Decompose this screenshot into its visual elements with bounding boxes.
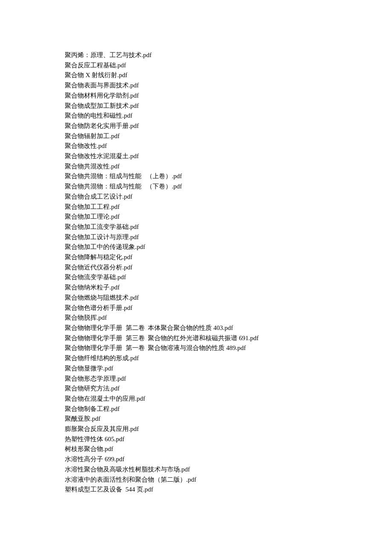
list-item: 聚合物 X 射线衍射.pdf — [65, 70, 392, 81]
list-item: 聚合物降解与稳定化.pdf — [65, 252, 392, 263]
list-item: 聚合物加工设计与原理.pdf — [65, 232, 392, 243]
list-item: 聚合物加工流变学基础.pdf — [65, 222, 392, 232]
list-item: 水溶液中的表面活性剂和聚合物（第二版）.pdf — [65, 475, 392, 485]
list-item: 聚合物的电性和磁性.pdf — [65, 111, 392, 121]
list-item: 聚丙烯：原理、工艺与技术.pdf — [65, 50, 392, 61]
list-item: 膨胀聚合反应及其应用.pdf — [65, 424, 392, 434]
document-page: 聚丙烯：原理、工艺与技术.pdf聚合反应工程基础.pdf聚合物 X 射线衍射.p… — [0, 0, 392, 555]
list-item: 聚酰亚胺.pdf — [65, 414, 392, 424]
list-item: 热塑性弹性体 605.pdf — [65, 434, 392, 445]
list-item: 聚合物共混改性.pdf — [65, 162, 392, 172]
list-item: 聚合物近代仪器分析.pdf — [65, 263, 392, 273]
list-item: 聚合物制备工程.pdf — [65, 404, 392, 414]
list-item: 聚合反应工程基础.pdf — [65, 61, 392, 71]
list-item: 聚合物燃烧与阻燃技术.pdf — [65, 293, 392, 303]
list-item: 塑料成型工艺及设备 544 页.pdf — [65, 485, 392, 495]
list-item: 聚合物显微学.pdf — [65, 364, 392, 374]
list-item: 聚合物成型加工新技术.pdf — [65, 101, 392, 111]
list-item: 聚合物表面与界面技术.pdf — [65, 81, 392, 91]
list-item: 聚合物纳米粒子.pdf — [65, 283, 392, 293]
list-item: 聚合物改性水泥混凝土.pdf — [65, 151, 392, 162]
list-item: 聚合物防老化实用手册.pdf — [65, 121, 392, 131]
list-item: 聚合物在混凝土中的应用.pdf — [65, 394, 392, 404]
list-item: 聚合物形态学原理.pdf — [65, 374, 392, 384]
list-item: 聚合物流变学基础.pdf — [65, 272, 392, 283]
list-item: 聚合物物理化学手册 第二卷 本体聚合聚合物的性质 403.pdf — [65, 323, 392, 333]
list-item: 聚合物材料用化学助剂.pdf — [65, 91, 392, 101]
list-item: 聚合物改性.pdf — [65, 141, 392, 151]
list-item: 聚合物共混物：组成与性能 （上卷）.pdf — [65, 171, 392, 182]
list-item: 聚合物物理化学手册 第一卷 聚合物溶液与混合物的性质 489.pdf — [65, 343, 392, 353]
list-item: 聚合物共混物：组成与性能 （下卷）.pdf — [65, 182, 392, 192]
list-item: 聚合物合成工艺设计.pdf — [65, 192, 392, 202]
list-item: 聚合物辐射加工.pdf — [65, 131, 392, 142]
file-list: 聚丙烯：原理、工艺与技术.pdf聚合反应工程基础.pdf聚合物 X 射线衍射.p… — [65, 50, 392, 495]
list-item: 聚合物物理化学手册 第三卷 聚合物的红外光谱和核磁共振谱 691.pdf — [65, 333, 392, 344]
list-item: 聚合物色谱分析手册.pdf — [65, 303, 392, 313]
list-item: 聚合物加工工程.pdf — [65, 202, 392, 212]
list-item: 聚合物加工中的传递现象.pdf — [65, 242, 392, 252]
list-item: 水溶性聚合物及高吸水性树脂技术与市场.pdf — [65, 465, 392, 475]
list-item: 水溶性高分子 699.pdf — [65, 454, 392, 465]
list-item: 聚合物研究方法.pdf — [65, 384, 392, 394]
list-item: 树枝形聚合物.pdf — [65, 444, 392, 454]
list-item: 聚合物加工理论.pdf — [65, 212, 392, 222]
list-item: 聚合物纤维结构的形成.pdf — [65, 353, 392, 364]
list-item: 聚合物脱挥.pdf — [65, 313, 392, 323]
